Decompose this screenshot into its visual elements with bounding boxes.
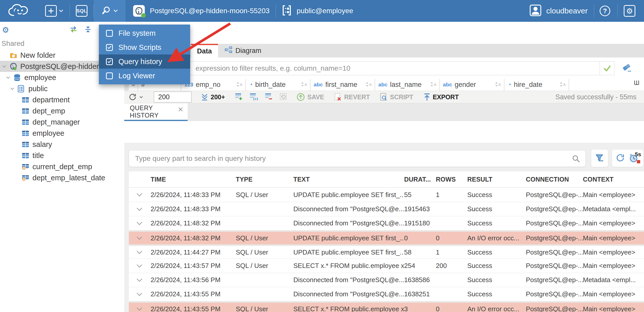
history-refresh-icon[interactable] — [615, 153, 625, 164]
history-row[interactable]: 2/26/2024, 11:48:33 PM Disconnected from… — [129, 202, 644, 216]
expand-chevron-icon[interactable] — [129, 307, 151, 311]
cell-text: SELECT x.* FROM public.employee x — [293, 305, 404, 312]
menu-item[interactable]: File system — [99, 26, 190, 40]
menu-item[interactable]: Log Viewer — [99, 69, 190, 83]
expand-chevron-icon[interactable] — [129, 236, 151, 240]
sort-icon[interactable]: A — [495, 81, 501, 89]
sort-icon[interactable]: A — [301, 81, 307, 89]
revert-button[interactable]: REVERT — [334, 93, 370, 101]
history-row[interactable]: 2/26/2024, 11:44:27 PM SQL / User UPDATE… — [129, 244, 644, 259]
tree-item[interactable]: salary — [0, 139, 124, 150]
tree-item[interactable]: department — [0, 94, 124, 105]
col-duration[interactable]: DURAT... — [404, 176, 436, 183]
clear-filter-icon[interactable] — [622, 63, 632, 74]
expand-chevron-icon[interactable] — [129, 193, 151, 197]
history-row[interactable]: 2/26/2024, 11:48:32 PM Disconnected from… — [129, 216, 644, 230]
chevron-down-icon[interactable] — [10, 87, 18, 90]
expand-chevron-icon[interactable] — [129, 222, 151, 225]
grid-column-header[interactable]: birth_date A — [246, 79, 310, 91]
sync-connection-icon[interactable] — [69, 26, 78, 34]
history-filter-button[interactable] — [591, 150, 608, 167]
tab-query-history[interactable]: QUERY HISTORY — [124, 103, 188, 121]
chevron-down-icon[interactable] — [6, 76, 14, 79]
menu-item[interactable]: Query history — [99, 54, 190, 69]
checkbox[interactable] — [106, 58, 113, 65]
tree-item[interactable]: current_dept_emp — [0, 161, 124, 172]
expand-chevron-icon[interactable] — [129, 250, 151, 254]
grid-columns-config-icon[interactable] — [634, 80, 640, 87]
col-text[interactable]: TEXT — [293, 176, 404, 183]
user-menu[interactable]: cloudbeaver — [530, 5, 588, 17]
cell-time: 2/26/2024, 11:43:55 PM — [151, 290, 236, 298]
schema-name[interactable]: public@employee — [297, 7, 353, 15]
row-limit-input[interactable] — [154, 91, 192, 103]
cell-time: 2/26/2024, 11:43:56 PM — [151, 276, 236, 284]
checkbox[interactable] — [106, 30, 113, 37]
settings-button[interactable]: ⚙ — [624, 5, 635, 17]
sort-icon[interactable]: A — [365, 81, 372, 89]
svg-text:A: A — [498, 82, 501, 87]
delete-row-button[interactable] — [264, 92, 273, 102]
tree-item[interactable]: title — [0, 150, 124, 161]
sort-icon[interactable]: A — [236, 81, 243, 89]
history-row[interactable]: 2/26/2024, 11:48:33 PM SQL / User UPDATE… — [129, 188, 644, 202]
expand-chevron-icon[interactable] — [129, 264, 151, 268]
new-connection-button[interactable] — [45, 5, 63, 17]
checkbox[interactable] — [106, 44, 113, 51]
menu-item[interactable]: Show Scripts — [99, 40, 190, 54]
tree-item[interactable]: public — [0, 83, 124, 94]
tree-item[interactable]: dept_manager — [0, 116, 124, 128]
sql-editor-button[interactable]: SQL — [76, 5, 87, 17]
history-row[interactable]: 2/26/2024, 11:43:55 PM Disconnected from… — [129, 287, 644, 301]
grid-column-header[interactable]: hire_date A — [505, 79, 568, 91]
apply-filter-button[interactable] — [600, 61, 615, 75]
tab-diagram[interactable]: Diagram — [218, 44, 268, 57]
grid-header-rest — [569, 79, 644, 91]
history-row[interactable]: 2/26/2024, 11:48:32 PM SQL / User UPDATE… — [129, 230, 644, 244]
tree-item-label: current_dept_emp — [32, 163, 92, 171]
fetch-more-button[interactable]: 200+ — [201, 93, 225, 101]
grid-column-header[interactable]: abc last_name A — [375, 79, 439, 91]
grid-column-header[interactable]: abc first_name A — [311, 79, 374, 91]
add-row-button[interactable] — [235, 92, 243, 102]
connection-name[interactable]: PostgreSQL@ep-hidden-moon-55203 — [150, 7, 270, 15]
script-button[interactable]: SCRIPT — [380, 93, 413, 101]
refresh-button[interactable] — [128, 92, 143, 102]
expand-chevron-icon[interactable] — [129, 207, 151, 211]
revert-selected-button[interactable] — [279, 92, 287, 102]
history-search-input[interactable] — [129, 150, 586, 167]
filter-expression-input[interactable] — [131, 61, 600, 75]
tree-item[interactable]: dept_emp_latest_date — [0, 172, 124, 183]
history-refresh-controls[interactable]: 5s — [612, 150, 643, 167]
history-row[interactable]: 2/26/2024, 11:43:57 PM SQL / User SELECT… — [129, 259, 644, 273]
col-result[interactable]: RESULT — [467, 176, 526, 183]
expand-chevron-icon[interactable] — [129, 292, 151, 296]
tools-menu-button[interactable] — [94, 0, 126, 22]
col-time[interactable]: TIME — [151, 176, 236, 183]
grid-column-header[interactable]: 123 emp_no A — [181, 79, 245, 91]
help-button[interactable]: ? — [600, 6, 610, 16]
sort-icon[interactable]: A — [430, 81, 437, 89]
col-connection[interactable]: CONNECTION — [526, 176, 583, 183]
grid-column-header[interactable]: abc gender A — [440, 79, 504, 91]
tab-data[interactable]: Data — [191, 44, 218, 57]
tree-item[interactable]: dept_emp — [0, 105, 124, 116]
sort-icon[interactable]: A — [559, 81, 566, 89]
chevron-down-icon[interactable] — [2, 65, 10, 68]
save-button[interactable]: SAVE — [296, 93, 324, 101]
expand-chevron-icon[interactable] — [129, 278, 151, 282]
col-type[interactable]: TYPE — [236, 176, 293, 183]
collapse-all-icon[interactable] — [84, 26, 92, 34]
export-button[interactable]: EXPORT — [423, 93, 459, 101]
navigator-settings-icon[interactable]: ⚙ — [2, 26, 9, 34]
auto-refresh-timer-icon[interactable]: 5s — [629, 153, 640, 164]
col-context[interactable]: CONTEXT — [583, 176, 644, 183]
tree-item[interactable]: employee — [0, 128, 124, 139]
history-row[interactable]: 2/26/2024, 11:43:55 PM SQL / User SELECT… — [129, 301, 644, 312]
tree-item-label: title — [32, 151, 44, 160]
checkbox[interactable] — [106, 72, 113, 79]
close-icon[interactable] — [178, 107, 183, 113]
history-row[interactable]: 2/26/2024, 11:43:56 PM Disconnected from… — [129, 273, 644, 287]
duplicate-row-button[interactable]: (+) — [249, 92, 258, 102]
col-rows[interactable]: ROWS — [436, 176, 467, 183]
